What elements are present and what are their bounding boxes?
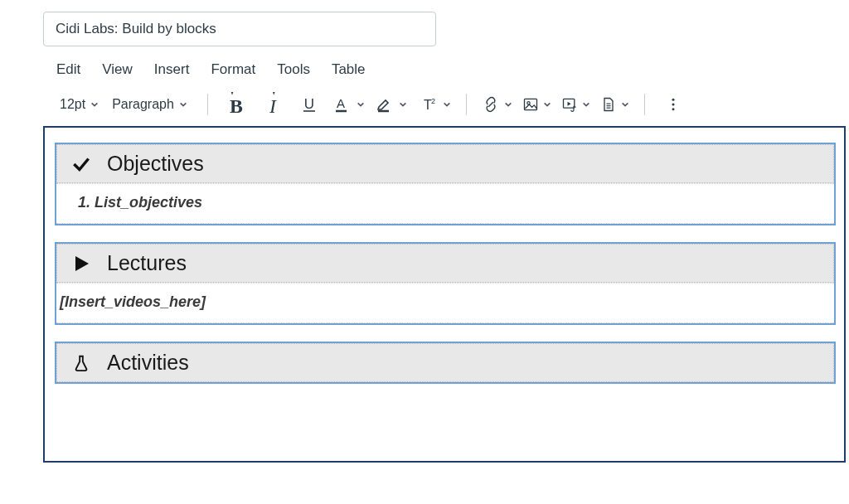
document-icon (600, 96, 617, 113)
chevron-down-icon (443, 100, 451, 109)
toolbar-separator (207, 94, 208, 115)
menu-tools[interactable]: Tools (277, 61, 310, 78)
chevron-down-icon (357, 100, 365, 109)
block-header: Objectives (56, 144, 834, 183)
content-block-lectures[interactable]: Lectures [Insert_videos_here] (55, 242, 836, 325)
italic-icon: I (260, 92, 285, 117)
menu-view[interactable]: View (102, 61, 133, 78)
svg-text:U: U (304, 96, 314, 112)
menu-format[interactable]: Format (211, 61, 255, 78)
more-options-button[interactable] (657, 91, 690, 118)
checkmark-icon (70, 153, 92, 175)
block-heading-text: Activities (107, 351, 189, 375)
link-icon (482, 95, 500, 114)
underline-button[interactable]: U (293, 91, 326, 118)
menu-edit[interactable]: Edit (56, 61, 80, 78)
text-color-button[interactable]: A (329, 91, 368, 118)
bold-icon: B (224, 92, 249, 117)
svg-point-20 (672, 108, 674, 110)
editor-toolbar: 12pt Paragraph B I U (43, 86, 837, 126)
bold-button[interactable]: B (220, 91, 253, 118)
svg-marker-21 (75, 256, 89, 271)
flask-icon (70, 352, 92, 374)
document-button[interactable] (597, 91, 633, 118)
page-title-input[interactable] (43, 12, 436, 46)
svg-point-18 (672, 99, 674, 101)
content-block-activities[interactable]: Activities (55, 342, 836, 384)
media-button[interactable] (558, 91, 594, 118)
block-format-selector[interactable]: Paragraph (107, 97, 192, 112)
image-icon (522, 96, 539, 113)
font-size-value: 12pt (60, 97, 85, 112)
block-header: Lectures (56, 244, 834, 283)
block-heading-text: Objectives (107, 152, 204, 176)
underline-icon: U (299, 94, 319, 114)
link-button[interactable] (478, 91, 516, 118)
chevron-down-icon (582, 100, 590, 109)
block-body[interactable]: [Insert_videos_here] (56, 283, 834, 323)
block-heading-text: Lectures (107, 251, 187, 275)
image-button[interactable] (519, 91, 555, 118)
menu-table[interactable]: Table (332, 61, 366, 78)
toolbar-separator (644, 94, 645, 115)
content-block-objectives[interactable]: Objectives List_objectives (55, 143, 836, 225)
placeholder-text[interactable]: [Insert_videos_here] (60, 293, 206, 310)
svg-rect-11 (524, 99, 536, 109)
svg-text:2: 2 (431, 97, 435, 105)
highlight-icon (375, 94, 395, 114)
font-size-selector[interactable]: 12pt (55, 97, 104, 112)
svg-text:I: I (269, 95, 277, 117)
svg-point-19 (672, 104, 674, 106)
italic-button[interactable]: I (256, 91, 289, 118)
svg-marker-14 (567, 102, 570, 106)
chevron-down-icon (621, 100, 629, 109)
svg-text:B: B (230, 95, 243, 117)
chevron-down-icon (90, 100, 99, 109)
editor-canvas[interactable]: Objectives List_objectives Lectures [Ins… (43, 126, 846, 463)
superscript-button[interactable]: T 2 (414, 91, 454, 118)
highlight-color-button[interactable] (371, 91, 410, 118)
block-format-value: Paragraph (112, 97, 174, 112)
menu-insert[interactable]: Insert (154, 61, 190, 78)
chevron-down-icon (543, 100, 551, 109)
svg-text:A: A (337, 96, 345, 110)
block-body[interactable]: List_objectives (56, 183, 834, 224)
play-icon (70, 253, 92, 274)
superscript-icon: T 2 (417, 94, 439, 114)
toolbar-separator (466, 94, 467, 115)
editor-menubar: Edit View Insert Format Tools Table (43, 46, 837, 86)
chevron-down-icon (179, 100, 187, 109)
block-header: Activities (56, 343, 834, 382)
kebab-icon (665, 96, 682, 113)
chevron-down-icon (504, 100, 512, 109)
media-icon (561, 96, 578, 113)
text-color-icon: A (332, 94, 352, 114)
chevron-down-icon (399, 100, 407, 109)
list-item[interactable]: List_objectives (95, 194, 819, 211)
